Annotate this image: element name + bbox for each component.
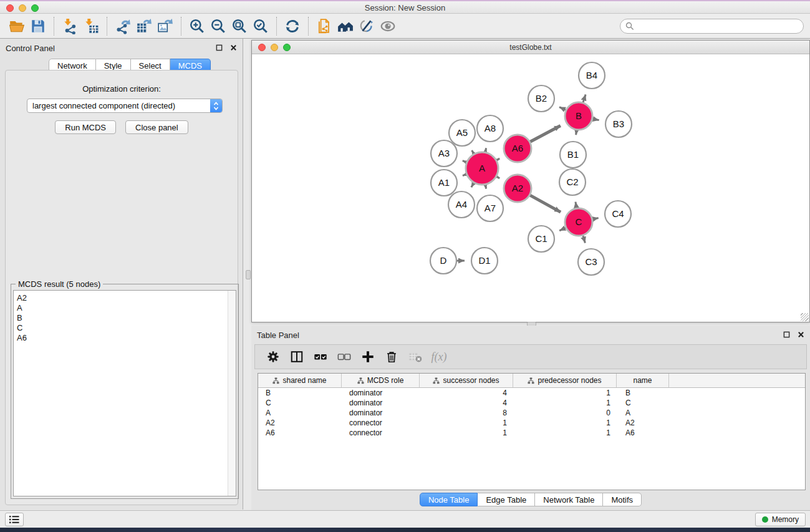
search-input[interactable]: [637, 22, 798, 31]
edge-A-A2[interactable]: [497, 177, 500, 178]
float-panel-icon[interactable]: [215, 44, 223, 52]
hierarchy-icon: [433, 377, 440, 384]
table-row[interactable]: A2connector11A2: [258, 418, 805, 428]
tab-motifs[interactable]: Motifs: [603, 493, 642, 506]
close-panel-button[interactable]: Close panel: [125, 120, 188, 134]
edge-B-B1[interactable]: [576, 130, 577, 135]
edge-A-A5[interactable]: [472, 150, 474, 154]
toolbar-groups: [6, 16, 398, 36]
column-header-predecessor-nodes[interactable]: predecessor nodes: [513, 374, 617, 387]
trash-button[interactable]: [382, 347, 401, 366]
network-graph[interactable]: B4B2B3A5A8A3B1A1C2A4A7C4C1C3DD1BA6AA2C: [252, 54, 809, 322]
table-float-panel-icon[interactable]: [783, 331, 791, 339]
mcds-result-item[interactable]: A6: [14, 333, 236, 343]
edge-C-C3[interactable]: [583, 236, 586, 243]
mcds-result-item[interactable]: A2: [14, 293, 236, 303]
list-icon: [9, 515, 19, 524]
edge-A-A3[interactable]: [463, 161, 466, 162]
column-header-name[interactable]: name: [617, 374, 669, 387]
save-icon: [30, 18, 46, 34]
table-row[interactable]: Bdominator41B: [258, 388, 805, 398]
memory-button[interactable]: Memory: [755, 513, 806, 526]
node-table[interactable]: shared nameMCDS rolesuccessor nodesprede…: [258, 373, 806, 490]
search-icon: [625, 22, 634, 31]
run-mcds-button[interactable]: Run MCDS: [55, 120, 116, 134]
close-panel-icon[interactable]: [229, 44, 238, 52]
table-row[interactable]: Cdominator41C: [258, 398, 805, 408]
hide-graphics-details-button[interactable]: [356, 16, 377, 36]
edge-C-C1[interactable]: [559, 228, 566, 230]
table-row[interactable]: Adominator80A: [258, 408, 805, 418]
window-resize-grip[interactable]: [801, 313, 809, 321]
edge-A-A1[interactable]: [463, 175, 466, 176]
table-row[interactable]: A6connector11A6: [258, 428, 805, 438]
hierarchy-icon: [357, 377, 364, 384]
edge-B-B2[interactable]: [559, 107, 566, 110]
optimization-criterion-select[interactable]: largest connected component (directed): [27, 99, 223, 113]
edge-A6-B[interactable]: [530, 125, 561, 142]
gear-button[interactable]: [264, 347, 282, 366]
columns-button[interactable]: [287, 347, 306, 366]
deselect-all-icon: [337, 350, 351, 364]
network-canvas[interactable]: B4B2B3A5A8A3B1A1C2A4A7C4C1C3DD1BA6AA2C: [252, 54, 809, 322]
export-image-button[interactable]: [155, 16, 176, 36]
export-table-button[interactable]: [133, 16, 155, 36]
zoom-fit-button[interactable]: [229, 16, 250, 36]
mcds-result-item[interactable]: C: [14, 323, 236, 333]
column-header-successor-nodes[interactable]: successor nodes: [420, 374, 513, 387]
edge-C-C2[interactable]: [576, 202, 577, 208]
tab-edge-table[interactable]: Edge Table: [478, 493, 535, 506]
column-header-shared-name[interactable]: shared name: [258, 374, 342, 387]
cell-name: A6: [617, 428, 669, 437]
network-document-button[interactable]: [314, 16, 335, 36]
node-label-A3: A3: [438, 148, 450, 158]
hierarchy-icon: [528, 377, 534, 384]
tab-node-table[interactable]: Node Table: [420, 493, 478, 506]
network-window-titlebar[interactable]: testGlobe.txt: [252, 41, 809, 54]
eye-button[interactable]: [377, 16, 398, 36]
import-network-button[interactable]: [59, 16, 80, 36]
panel-splitter-handle[interactable]: [246, 270, 251, 279]
refresh-icon: [284, 18, 301, 34]
cell-successor-nodes: 8: [420, 409, 513, 417]
cell-shared-name: B: [258, 389, 342, 397]
edge-C-C4[interactable]: [593, 218, 599, 219]
result-scrollbar[interactable]: [228, 291, 236, 496]
task-history-button[interactable]: [5, 513, 24, 526]
status-bar: Memory: [0, 510, 810, 528]
tab-network-table[interactable]: Network Table: [535, 493, 603, 506]
column-header-mcds-role[interactable]: MCDS role: [342, 374, 420, 387]
export-network-button[interactable]: [112, 16, 133, 36]
mcds-result-list[interactable]: A2ABCA6: [13, 290, 236, 496]
search-box[interactable]: [620, 19, 804, 34]
cell-successor-nodes: 4: [420, 399, 513, 407]
save-button[interactable]: [27, 16, 49, 36]
zoom-out-button[interactable]: [208, 16, 229, 36]
cell-successor-nodes: 1: [420, 418, 513, 427]
cell-name: A2: [617, 418, 669, 427]
toolbar-separator: [276, 17, 277, 36]
edge-A-A4[interactable]: [471, 183, 474, 187]
edge-A2-C[interactable]: [530, 195, 561, 212]
open-folder-button[interactable]: [6, 16, 27, 36]
edge-A-A7[interactable]: [485, 185, 486, 188]
edge-B-B4[interactable]: [583, 94, 586, 102]
zoom-in-button[interactable]: [186, 16, 208, 36]
deselect-all-button[interactable]: [335, 347, 354, 366]
edge-A-A6[interactable]: [497, 158, 500, 160]
node-label-C3: C3: [585, 256, 597, 267]
cell-shared-name: C: [258, 399, 342, 407]
table-close-panel-icon[interactable]: [797, 331, 805, 339]
zoom-selected-button[interactable]: [250, 16, 271, 36]
node-label-A8: A8: [485, 123, 496, 133]
edge-A-A8[interactable]: [485, 148, 486, 152]
refresh-button[interactable]: [282, 16, 303, 36]
home-button[interactable]: [335, 16, 356, 36]
edge-B-B3[interactable]: [593, 119, 599, 120]
fx-icon: f(x): [432, 351, 447, 364]
plus-button[interactable]: [359, 347, 377, 366]
mcds-result-item[interactable]: A: [14, 303, 236, 313]
import-table-button[interactable]: [80, 16, 102, 36]
select-all-button[interactable]: [311, 347, 330, 366]
mcds-result-item[interactable]: B: [14, 313, 236, 323]
